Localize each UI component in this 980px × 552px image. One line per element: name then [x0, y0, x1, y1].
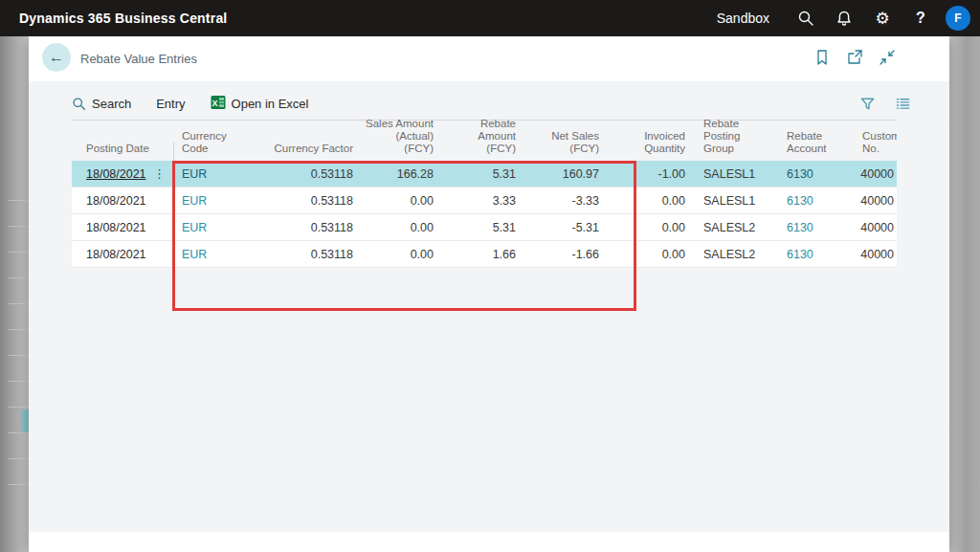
cell-currency_code[interactable]: EUR [174, 161, 260, 187]
cell-net_sales: 160.97 [522, 161, 605, 187]
cell-sales_amount: 0.00 [359, 214, 439, 240]
entry-action-label: Entry [156, 97, 185, 111]
cell-currency_factor: 0.53118 [260, 241, 359, 267]
background-page-right [949, 36, 980, 552]
entry-action[interactable]: Entry [156, 97, 185, 111]
search-action[interactable]: Search [72, 97, 131, 111]
cell-posting_date[interactable]: 18/08/2021 [72, 188, 174, 213]
cell-invoiced_quantity: 0.00 [605, 188, 691, 213]
grid-body: 18/08/2021⋮EUR0.53118166.285.31160.97-1.… [72, 161, 897, 268]
column-header-sales_amount[interactable]: Sales Amount (Actual) (FCY) [359, 118, 439, 161]
action-toolbar: Search Entry X Open in Excel [72, 89, 911, 118]
column-header-customer_no[interactable]: Customer No. [858, 130, 897, 161]
cell-sales_amount: 0.00 [359, 188, 439, 213]
column-header-currency_factor[interactable]: Currency Factor [260, 143, 359, 161]
cell-net_sales: -5.31 [522, 214, 605, 240]
help-icon[interactable]: ? [902, 0, 940, 36]
cell-customer_no: 40000 [858, 241, 897, 267]
back-button[interactable]: ← [42, 43, 71, 72]
column-header-rebate_account[interactable]: Rebate Account [781, 130, 858, 161]
cell-rebate_amount: 1.66 [439, 241, 522, 267]
cell-rebate_posting_group: SALESL2 [691, 241, 781, 267]
background-selected-cell [21, 409, 29, 432]
background-page-left [0, 36, 29, 552]
cell-sales_amount: 166.28 [359, 161, 439, 187]
cell-invoiced_quantity: 0.00 [605, 214, 691, 240]
cell-currency_code[interactable]: EUR [174, 188, 260, 213]
cell-rebate_account[interactable]: 6130 [781, 241, 858, 267]
cell-posting_date[interactable]: 18/08/2021 [72, 241, 174, 267]
column-header-net_sales[interactable]: Net Sales (FCY) [522, 130, 605, 161]
rebate-value-entries-page: ← Rebate Value Entries Search Entry [29, 36, 949, 552]
cell-currency_factor: 0.53118 [260, 161, 359, 187]
table-row[interactable]: 18/08/2021EUR0.531180.003.33-3.330.00SAL… [72, 188, 897, 214]
column-header-posting_date[interactable]: Posting Date [72, 143, 174, 161]
excel-icon: X [211, 95, 226, 113]
environment-badge[interactable]: Sandbox [717, 11, 769, 26]
posting-date-link[interactable]: 18/08/2021 [86, 167, 146, 181]
background-rows-shadow [8, 175, 29, 496]
cell-rebate_posting_group: SALESL1 [691, 188, 781, 213]
notifications-bell-icon[interactable] [825, 0, 863, 36]
cell-rebate_posting_group: SALESL1 [691, 161, 781, 187]
filter-icon[interactable] [859, 96, 876, 112]
cell-currency_factor: 0.53118 [260, 214, 359, 240]
cell-net_sales: -1.66 [522, 241, 605, 267]
cell-currency_code[interactable]: EUR [174, 214, 260, 240]
column-header-invoiced_quantity[interactable]: Invoiced Quantity [605, 130, 691, 161]
column-header-rebate_posting_group[interactable]: Rebate Posting Group [691, 118, 781, 161]
gear-icon[interactable]: ⚙ [863, 0, 902, 36]
excel-action-label: Open in Excel [232, 97, 309, 111]
table-row[interactable]: 18/08/2021EUR0.531180.001.66-1.660.00SAL… [72, 241, 897, 268]
cell-invoiced_quantity: -1.00 [605, 161, 691, 187]
table-row[interactable]: 18/08/2021⋮EUR0.53118166.285.31160.97-1.… [72, 161, 897, 188]
cell-currency_factor: 0.53118 [260, 188, 359, 213]
page-header: ← Rebate Value Entries [29, 36, 949, 81]
cell-posting_date[interactable]: 18/08/2021 [72, 214, 174, 240]
svg-text:X: X [212, 98, 217, 107]
row-more-options-icon[interactable]: ⋮ [153, 166, 167, 181]
cell-sales_amount: 0.00 [359, 241, 439, 267]
cell-customer_no: 40000 [858, 161, 897, 187]
collapse-icon[interactable] [879, 49, 896, 66]
cell-net_sales: -3.33 [522, 188, 605, 213]
table-row[interactable]: 18/08/2021EUR0.531180.005.31-5.310.00SAL… [72, 214, 897, 241]
page-title: Rebate Value Entries [80, 52, 197, 66]
search-icon[interactable] [787, 0, 825, 36]
top-navigation-bar: Dynamics 365 Business Central Sandbox ⚙ … [0, 0, 980, 36]
cell-currency_code[interactable]: EUR [174, 241, 260, 267]
open-in-window-icon[interactable] [846, 49, 863, 66]
cell-rebate_amount: 3.33 [439, 188, 522, 213]
back-arrow-icon: ← [49, 50, 64, 65]
cell-customer_no: 40000 [858, 214, 897, 240]
cell-rebate_posting_group: SALESL2 [691, 214, 781, 240]
search-action-label: Search [92, 97, 131, 111]
rebate-value-entries-table: Posting DateCurrency CodeCurrency Factor… [72, 120, 897, 268]
cell-rebate_account[interactable]: 6130 [781, 214, 858, 240]
avatar[interactable]: F [946, 6, 970, 31]
column-header-currency_code[interactable]: Currency Code [174, 130, 260, 161]
cell-rebate_account[interactable]: 6130 [781, 188, 858, 213]
cell-invoiced_quantity: 0.00 [605, 241, 691, 267]
list-options-icon[interactable] [895, 96, 911, 112]
open-in-excel-action[interactable]: X Open in Excel [211, 95, 309, 113]
posting-date-link[interactable]: 18/08/2021 [86, 194, 146, 208]
app-title: Dynamics 365 Business Central [19, 11, 227, 26]
grid-header-row: Posting DateCurrency CodeCurrency Factor… [72, 120, 897, 161]
bookmark-icon[interactable] [813, 49, 831, 66]
cell-posting_date[interactable]: 18/08/2021⋮ [72, 161, 174, 187]
column-header-rebate_amount[interactable]: Rebate Amount (FCY) [439, 118, 522, 161]
posting-date-link[interactable]: 18/08/2021 [86, 221, 146, 234]
page-body: Search Entry X Open in Excel [29, 81, 949, 532]
cell-rebate_account[interactable]: 6130 [781, 161, 858, 187]
posting-date-link[interactable]: 18/08/2021 [86, 248, 146, 261]
cell-customer_no: 40000 [858, 188, 897, 213]
cell-rebate_amount: 5.31 [439, 161, 522, 187]
cell-rebate_amount: 5.31 [439, 214, 522, 240]
